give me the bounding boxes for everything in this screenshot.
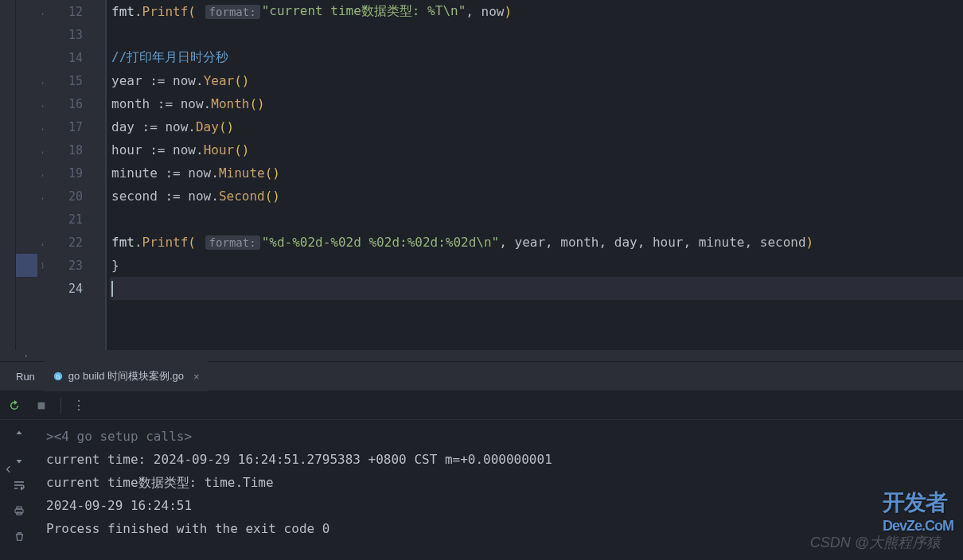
fold-marker[interactable]: ,: [41, 146, 45, 154]
code-token: :=: [158, 96, 181, 111]
code-token: minute: [111, 165, 165, 181]
line-number: 21: [68, 212, 83, 227]
more-icon[interactable]: ⋮: [72, 398, 86, 413]
code-token: (): [234, 142, 249, 158]
line-number: 20: [68, 189, 83, 204]
code-token: Second: [219, 189, 265, 204]
code-token: Day: [196, 119, 219, 134]
trash-icon[interactable]: [11, 528, 27, 544]
code-token: "current time数据类型: %T\n": [262, 3, 466, 20]
code-token: .: [188, 119, 196, 134]
code-token: hour: [111, 142, 150, 158]
code-token: (): [265, 189, 280, 204]
run-toolbar: ⋮: [0, 391, 963, 420]
collapse-icon[interactable]: [0, 461, 16, 477]
code-token: Hour: [204, 142, 235, 158]
text-cursor: [111, 281, 113, 297]
fold-marker[interactable]: ,: [41, 77, 45, 85]
code-token: :=: [142, 119, 166, 134]
code-token: (): [265, 165, 280, 181]
code-token: (): [249, 96, 264, 111]
console-toolbar: [0, 420, 38, 560]
gutter: ,12 13 14 ,15 ,16 ,17 ,18 ,19 ,20 21 ,22…: [37, 0, 105, 350]
left-edge-icons: [0, 461, 16, 477]
parameter-hint: format:: [205, 5, 260, 19]
code-token: now: [181, 96, 204, 111]
code-token: Minute: [219, 165, 265, 181]
up-arrow-icon[interactable]: [11, 426, 27, 442]
console-line: current time: 2024-09-29 16:24:51.279538…: [46, 448, 955, 471]
console-area: ><4 go setup calls> current time: 2024-0…: [0, 420, 963, 560]
line-number: 23: [68, 259, 83, 273]
code-token: .: [196, 142, 204, 158]
code-token: .: [196, 73, 204, 88]
console-line: 2024-09-29 16:24:51: [46, 494, 955, 517]
code-token: day: [111, 119, 142, 134]
fold-marker[interactable]: ,: [41, 123, 45, 131]
console-line: current time数据类型: time.Time: [46, 471, 955, 494]
code-token: second: [111, 189, 165, 204]
svg-rect-2: [38, 402, 45, 409]
fold-strip: [16, 0, 37, 350]
line-number: 13: [68, 28, 83, 42]
close-icon[interactable]: ×: [193, 371, 200, 383]
code-token: (): [234, 73, 249, 88]
code-editor[interactable]: fmt.Printf( format: "current time数据类型: %…: [105, 0, 963, 350]
rerun-icon[interactable]: [6, 398, 22, 414]
print-icon[interactable]: [11, 503, 27, 519]
editor-area: ,12 13 14 ,15 ,16 ,17 ,18 ,19 ,20 21 ,22…: [0, 0, 963, 350]
line-number: 15: [68, 74, 83, 88]
code-token: now: [173, 142, 196, 158]
code-token: :=: [165, 165, 188, 181]
code-token: }: [111, 258, 119, 273]
code-token: now: [165, 119, 188, 134]
fold-marker[interactable]: ,: [41, 192, 45, 200]
code-token: "%d-%02d-%02d %02d:%02d:%02d\n": [262, 235, 500, 250]
code-token: :=: [150, 142, 173, 158]
fold-marker[interactable]: ,: [41, 8, 45, 16]
code-token: Year: [204, 73, 235, 88]
console-output[interactable]: ><4 go setup calls> current time: 2024-0…: [38, 420, 963, 560]
line-number: 18: [68, 143, 83, 158]
fold-marker[interactable]: ,: [41, 169, 45, 177]
fold-marker[interactable]: ,: [41, 239, 45, 247]
code-token: , year, month, day, hour, minute, second: [499, 235, 805, 250]
code-token: month: [111, 96, 158, 111]
code-token: now: [474, 4, 505, 19]
line-number: 17: [68, 120, 83, 134]
fold-marker[interactable]: }: [41, 262, 45, 270]
left-tool-strip: [0, 0, 16, 350]
code-token: :=: [150, 73, 173, 88]
code-comment: //打印年月日时分秒: [111, 49, 228, 66]
run-tab-label: go build 时间模块案例.go: [68, 369, 184, 383]
code-token: .: [135, 235, 142, 250]
line-number: 16: [68, 97, 83, 111]
code-token: .: [135, 4, 142, 19]
code-token: fmt: [111, 235, 135, 250]
line-number: 14: [68, 51, 83, 65]
code-token: :=: [165, 189, 188, 204]
code-token: fmt: [111, 4, 135, 19]
svg-rect-4: [17, 507, 21, 509]
code-token: .: [211, 189, 219, 204]
run-config-tab[interactable]: G go build 时间模块案例.go ×: [45, 361, 208, 391]
line-selection-marker: [16, 254, 37, 277]
go-file-icon: G: [53, 371, 64, 382]
toolbar-separator: [60, 398, 61, 414]
code-token: .: [211, 165, 219, 181]
fold-marker[interactable]: ,: [41, 100, 45, 108]
code-token: now: [188, 189, 211, 204]
soft-wrap-icon[interactable]: [11, 477, 27, 493]
code-token: year: [111, 73, 150, 88]
chevron-right-icon[interactable]: ›: [24, 352, 28, 360]
code-token: Month: [211, 96, 249, 111]
code-token: ,: [466, 4, 474, 19]
run-panel-title[interactable]: Run: [6, 371, 45, 383]
console-fold-hint[interactable]: <4 go setup calls>: [54, 429, 192, 444]
console-exit-line: Process finished with the exit code 0: [46, 517, 955, 540]
line-number: 12: [68, 5, 83, 19]
line-number-current: 24: [68, 282, 83, 296]
stop-icon[interactable]: [33, 398, 49, 414]
svg-text:G: G: [56, 374, 60, 379]
line-number: 19: [68, 166, 83, 181]
